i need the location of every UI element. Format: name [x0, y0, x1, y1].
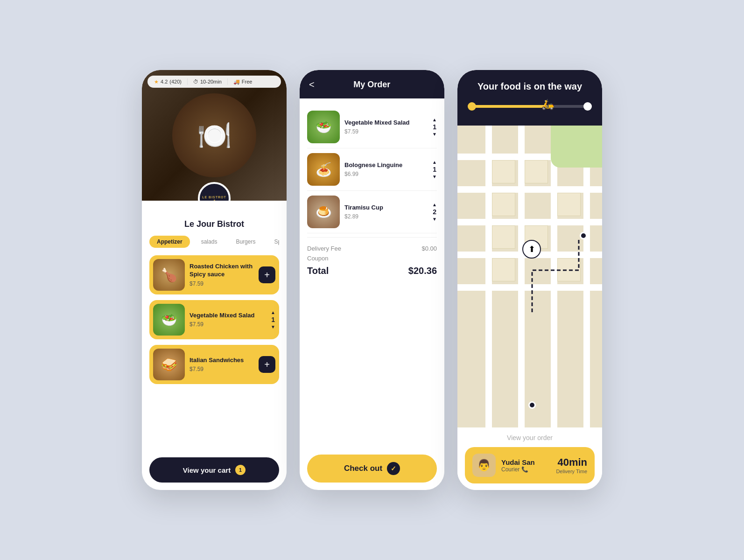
courier-card: 👨 Yudai San Courier 📞 40min Delivery Tim… [465, 447, 595, 483]
back-button[interactable]: < [309, 79, 315, 90]
menu-item-name-salad: Vegetable Mixed Salad [190, 312, 266, 320]
time-value: 40min [556, 456, 587, 469]
order-stepper-up-tiramisu[interactable]: ▲ [432, 202, 437, 207]
phone-icon[interactable]: 📞 [521, 466, 528, 473]
menu-item-name-roasted: Roasted Chicken with Spicy sauce [190, 263, 254, 279]
view-cart-button[interactable]: View your cart 1 [149, 457, 279, 483]
order-item-info-pasta: Bolognese Linguine $6.99 [344, 161, 428, 178]
delivery-fee-row: Delivery Fee $0.00 [307, 245, 437, 252]
menu-item-price-roasted: $7.59 [190, 280, 254, 287]
order-body: 🥗 Vegetable Mixed Salad $7.59 ▲ 1 ▼ 🍝 Bo… [300, 98, 444, 490]
logo-text-small: ★ [202, 199, 226, 201]
order-stepper-salad: ▲ 1 ▼ [432, 117, 437, 137]
total-label: Total [307, 266, 329, 276]
order-item-price-tiramisu: $2.89 [344, 213, 428, 220]
map-courier-marker: ⬆ [522, 240, 541, 259]
order-stepper-down-salad[interactable]: ▼ [432, 132, 437, 137]
category-salads[interactable]: salads [194, 236, 225, 248]
stepper-count-salad: 1 [271, 316, 275, 323]
cart-count-badge: 1 [235, 465, 246, 475]
menu-item-italian-sandwiches: 🥪 Italian Sandwiches $7.59 + [149, 345, 279, 384]
rating-value: 4.2 [161, 79, 168, 84]
menu-item-price-sandwich: $7.59 [190, 366, 254, 372]
logo-text-big: LE BISTROT [202, 196, 226, 199]
time-value: 10-20min [200, 79, 222, 84]
order-item-info-salad: Vegetable Mixed Salad $7.59 [344, 119, 428, 135]
order-item-image-pasta: 🍝 [307, 153, 340, 186]
courier-info: Yudai San Courier 📞 [501, 458, 550, 473]
phone-my-order: < My Order 🥗 Vegetable Mixed Salad $7.59… [300, 70, 444, 490]
tracking-header: Your food is on the way 🛵 [457, 70, 602, 126]
add-roasted-chicken-button[interactable]: + [259, 266, 275, 283]
category-burgers[interactable]: Burgers [228, 236, 263, 248]
order-totals: Delivery Fee $0.00 Coupon Total $20.36 [307, 237, 437, 287]
progress-end-dot [583, 102, 592, 111]
checkout-label: Check out [344, 464, 382, 473]
tracking-title: Your food is on the way [477, 81, 582, 92]
menu-item-info-salad: Vegetable Mixed Salad $7.59 [190, 312, 266, 328]
courier-role-label: Courier [501, 466, 519, 473]
order-item-name-salad: Vegetable Mixed Salad [344, 119, 428, 127]
order-item-info-tiramisu: Tiramisu Cup $2.89 [344, 204, 428, 220]
menu-item-name-sandwich: Italian Sandwiches [190, 357, 254, 364]
menu-item-image-salad: 🥗 [153, 304, 185, 336]
category-spaghetti[interactable]: Spaghe... [267, 236, 279, 248]
order-item-price-salad: $7.59 [344, 128, 428, 135]
order-stepper-count-tiramisu: 2 [433, 208, 436, 216]
view-cart-label: View your cart [183, 466, 231, 474]
add-sandwich-button[interactable]: + [259, 356, 275, 373]
menu-item-vegetable-salad: 🥗 Vegetable Mixed Salad $7.59 ▲ 1 ▼ [149, 300, 279, 339]
coupon-label: Coupon [307, 255, 329, 262]
total-value: $20.36 [408, 266, 437, 276]
order-item-name-tiramisu: Tiramisu Cup [344, 204, 428, 212]
delivery-progress-fill [470, 105, 547, 108]
courier-name: Yudai San [501, 458, 550, 466]
menu-item-price-salad: $7.59 [190, 321, 266, 328]
delivery-map: ⬆ [457, 126, 602, 427]
map-destination-dot [580, 232, 587, 239]
order-stepper-down-pasta[interactable]: ▼ [432, 174, 437, 179]
delivery-icon: 🚚 [233, 79, 240, 85]
delivery-fee-value: $0.00 [421, 245, 437, 252]
delivery-value: Free [242, 79, 253, 84]
coupon-row: Coupon [307, 255, 437, 262]
order-item-tiramisu: 🍮 Tiramisu Cup $2.89 ▲ 2 ▼ [307, 191, 437, 233]
progress-start-dot [468, 102, 476, 111]
menu-item-image-sandwich: 🥪 [153, 349, 185, 380]
order-stepper-tiramisu: ▲ 2 ▼ [432, 202, 437, 222]
courier-avatar: 👨 [472, 454, 496, 477]
checkout-check-icon: ✓ [387, 462, 400, 475]
order-item-image-salad: 🥗 [307, 111, 340, 143]
stepper-up-salad[interactable]: ▲ [271, 310, 275, 315]
order-stepper-down-tiramisu[interactable]: ▼ [432, 217, 437, 222]
menu-items-list: 🍗 Roasted Chicken with Spicy sauce $7.59… [149, 255, 279, 452]
hero-food-image: 🍽️ [172, 93, 256, 177]
order-stepper-pasta: ▲ 1 ▼ [432, 160, 437, 179]
hero-image: 🍽️ ★ 4.2 (420) ⏱ 10-20min 🚚 Free LE BIST… [142, 70, 287, 201]
delivery-scooter-icon: 🛵 [541, 98, 554, 111]
clock-icon: ⏱ [193, 79, 198, 84]
order-item-pasta: 🍝 Bolognese Linguine $6.99 ▲ 1 ▼ [307, 148, 437, 191]
view-order-label[interactable]: View your order [465, 434, 595, 441]
phone-tracking: Your food is on the way 🛵 [457, 70, 602, 490]
stepper-down-salad[interactable]: ▼ [271, 324, 275, 329]
order-item-name-pasta: Bolognese Linguine [344, 161, 428, 169]
rating-count: (420) [169, 79, 182, 84]
order-stepper-up-salad[interactable]: ▲ [432, 117, 437, 122]
delivery-progress-bar: 🛵 [470, 105, 589, 108]
category-tabs: Appetizer salads Burgers Spaghe... [149, 236, 279, 248]
checkout-button[interactable]: Check out ✓ [307, 455, 437, 483]
restaurant-name: Le Jour Bistrot [149, 219, 279, 229]
category-appetizer[interactable]: Appetizer [149, 236, 190, 248]
stats-bar: ★ 4.2 (420) ⏱ 10-20min 🚚 Free [147, 76, 281, 88]
order-stepper-up-pasta[interactable]: ▲ [432, 160, 437, 165]
menu-item-roasted-chicken: 🍗 Roasted Chicken with Spicy sauce $7.59… [149, 255, 279, 294]
order-item-salad: 🥗 Vegetable Mixed Salad $7.59 ▲ 1 ▼ [307, 106, 437, 148]
map-route-svg [457, 126, 602, 427]
order-item-price-pasta: $6.99 [344, 171, 428, 177]
delivery-fee-label: Delivery Fee [307, 245, 341, 252]
order-stepper-count-salad: 1 [433, 123, 436, 131]
map-start-dot [528, 401, 536, 409]
star-icon: ★ [154, 79, 159, 85]
courier-delivery-time: 40min Delivery Time [556, 456, 587, 474]
